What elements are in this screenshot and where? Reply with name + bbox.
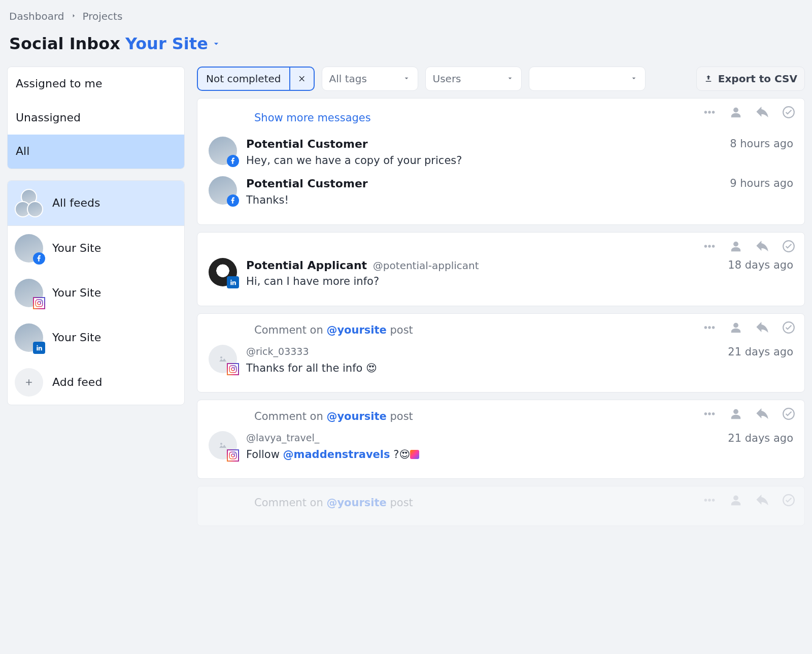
complete-icon[interactable]	[782, 321, 795, 334]
message-row: Potential Applicant @potential-applicant…	[209, 254, 793, 293]
plus-icon	[15, 368, 43, 397]
reply-icon[interactable]	[756, 321, 769, 334]
sender-name: Potential Customer	[246, 176, 368, 192]
conversation-card[interactable]: Comment on @yoursite post @lavya_travel_…	[197, 400, 805, 479]
conversation-card[interactable]: Show more messages Potential Customer 8 …	[197, 98, 805, 225]
comment-site-mention[interactable]: @yoursite	[326, 410, 386, 422]
assign-user-icon	[729, 494, 742, 507]
assign-user-icon[interactable]	[729, 240, 742, 253]
message-row: Potential Customer 9 hours ago Thanks!	[209, 172, 793, 212]
message-time: 9 hours ago	[722, 176, 793, 191]
feed-label: Your Site	[52, 241, 101, 256]
emoji-box-icon	[410, 450, 419, 459]
commenter-handle: @lavya_travel_	[246, 431, 319, 445]
more-icon[interactable]	[703, 240, 716, 253]
comment-site-mention[interactable]: @yoursite	[326, 324, 386, 336]
complete-icon[interactable]	[782, 240, 795, 253]
sender-avatar	[209, 431, 237, 460]
assign-user-icon[interactable]	[729, 106, 742, 119]
linkedin-icon	[33, 342, 45, 354]
site-switcher-label: Your Site	[125, 32, 208, 55]
filter-users-label: Users	[433, 72, 461, 86]
chevron-down-icon	[506, 72, 514, 86]
filter-chip-not-completed[interactable]: Not completed	[197, 67, 315, 91]
complete-icon	[782, 494, 795, 507]
sender-avatar	[209, 345, 237, 373]
sidebar-filter-unassigned[interactable]: Unassigned	[8, 101, 184, 135]
conversation-card[interactable]: Potential Applicant @potential-applicant…	[197, 232, 805, 306]
chevron-down-icon	[402, 72, 411, 86]
message-time: 18 days ago	[720, 258, 793, 273]
feed-linkedin[interactable]: Your Site	[8, 315, 184, 360]
filter-tags-label: All tags	[329, 72, 367, 86]
breadcrumb-projects[interactable]: Projects	[83, 9, 123, 23]
add-feed-button[interactable]: Add feed	[8, 360, 184, 405]
filter-tags[interactable]: All tags	[322, 67, 418, 91]
export-label: Export to CSV	[718, 72, 797, 86]
message-time: 21 days ago	[720, 345, 793, 359]
placeholder-image-icon	[217, 439, 229, 451]
more-icon[interactable]	[703, 407, 716, 420]
complete-icon[interactable]	[782, 407, 795, 420]
filter-users[interactable]: Users	[425, 67, 522, 91]
message-text: Follow @maddenstravels ?😍	[246, 447, 793, 462]
instagram-icon	[227, 449, 239, 462]
feeds-all-label: All feeds	[52, 195, 100, 211]
message-text: Thanks for all the info 😍	[246, 361, 793, 376]
filter-extra[interactable]	[529, 67, 646, 91]
breadcrumb-dashboard[interactable]: Dashboard	[9, 9, 64, 23]
reply-icon	[756, 494, 769, 507]
assignment-filter-panel: Assigned to me Unassigned All	[7, 67, 185, 169]
feed-instagram[interactable]: Your Site	[8, 271, 184, 315]
user-mention[interactable]: @maddenstravels	[283, 448, 390, 461]
conversation-card: Comment on @yoursite post	[197, 486, 805, 526]
more-icon[interactable]	[703, 321, 716, 334]
feed-avatar	[15, 234, 43, 263]
message-row: @lavya_travel_ 21 days ago Follow @madde…	[209, 427, 793, 466]
message-text: Thanks!	[246, 193, 793, 208]
close-icon	[298, 75, 306, 83]
sender-avatar	[209, 137, 237, 165]
site-switcher[interactable]: Your Site	[125, 32, 221, 55]
sidebar-filter-assigned[interactable]: Assigned to me	[8, 67, 184, 101]
breadcrumb: Dashboard Projects	[7, 7, 805, 32]
sender-handle: @potential-applicant	[373, 259, 479, 272]
chevron-down-icon	[630, 72, 638, 86]
filter-chip-clear[interactable]	[289, 68, 314, 90]
comment-context: Comment on @yoursite post	[209, 496, 793, 513]
sidebar-filter-all[interactable]: All	[8, 135, 184, 169]
reply-icon[interactable]	[756, 240, 769, 253]
chevron-right-icon	[70, 9, 78, 23]
more-icon	[703, 494, 716, 507]
assign-user-icon[interactable]	[729, 407, 742, 420]
facebook-icon	[227, 155, 239, 167]
instagram-icon	[227, 363, 239, 375]
sender-name: Potential Customer	[246, 137, 368, 152]
page-title: Social Inbox	[9, 32, 120, 55]
reply-icon[interactable]	[756, 407, 769, 420]
feed-label: Your Site	[52, 330, 101, 346]
export-csv-button[interactable]: Export to CSV	[696, 67, 805, 91]
complete-icon[interactable]	[782, 106, 795, 119]
conversation-card[interactable]: Comment on @yoursite post @rick_03333 21…	[197, 313, 805, 393]
feeds-panel: All feeds Your Site Your Site	[7, 180, 185, 405]
message-time: 21 days ago	[720, 431, 793, 446]
message-text: Hi, can I have more info?	[246, 274, 793, 289]
add-feed-label: Add feed	[52, 375, 102, 390]
filter-chip-label: Not completed	[198, 68, 289, 90]
feed-facebook[interactable]: Your Site	[8, 226, 184, 271]
linkedin-icon	[227, 276, 239, 288]
reply-icon[interactable]	[756, 106, 769, 119]
feed-avatar	[15, 323, 43, 352]
message-row: Potential Customer 8 hours ago Hey, can …	[209, 133, 793, 172]
sender-avatar	[209, 258, 237, 286]
sender-name: Potential Applicant	[246, 259, 367, 272]
instagram-icon	[33, 297, 45, 309]
export-icon	[704, 74, 713, 83]
message-time: 8 hours ago	[722, 137, 793, 151]
facebook-icon	[33, 252, 45, 265]
feeds-all[interactable]: All feeds	[8, 181, 184, 225]
more-icon[interactable]	[703, 106, 716, 119]
placeholder-image-icon	[217, 353, 229, 365]
assign-user-icon[interactable]	[729, 321, 742, 334]
